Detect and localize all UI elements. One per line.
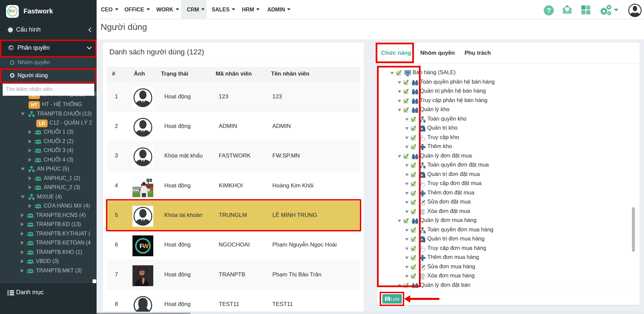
svg-text:W: W [143,242,149,250]
